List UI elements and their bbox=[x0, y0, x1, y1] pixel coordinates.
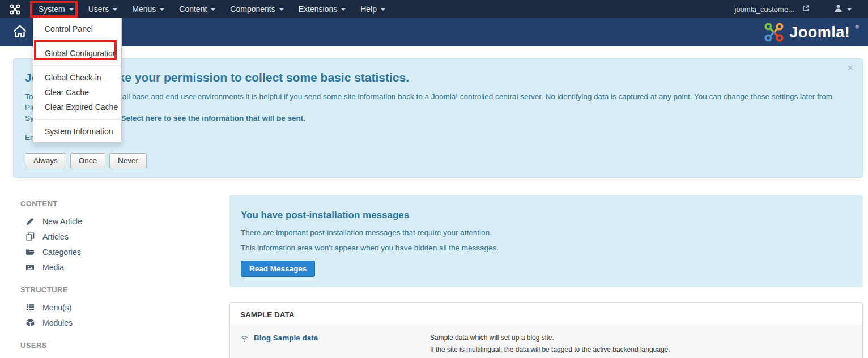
sidebar-item-label: Modules bbox=[42, 318, 73, 327]
menu-divider bbox=[34, 119, 121, 120]
top-navbar: System Users Menus Content Components Ex… bbox=[0, 0, 868, 18]
sidebar-header-content: CONTENT bbox=[20, 199, 229, 208]
close-icon[interactable]: ✕ bbox=[846, 63, 854, 72]
nav-extensions[interactable]: Extensions bbox=[291, 0, 353, 18]
registered-mark: ® bbox=[855, 24, 859, 30]
menu-item-global-check-in[interactable]: Global Check-in bbox=[33, 70, 121, 85]
cpanel-sidebar: CONTENT New Article Articles bbox=[13, 195, 229, 358]
joomla-logo: Joomla! ® bbox=[764, 22, 859, 42]
menu-item-clear-expired-cache[interactable]: Clear Expired Cache bbox=[33, 100, 121, 114]
wifi-icon bbox=[240, 334, 249, 345]
menu-item-clear-cache[interactable]: Clear Cache bbox=[33, 85, 121, 100]
nav-content[interactable]: Content bbox=[172, 0, 223, 18]
chevron-down-icon bbox=[211, 8, 215, 11]
external-link-icon bbox=[802, 5, 810, 14]
chevron-down-icon bbox=[341, 8, 346, 11]
always-button[interactable]: Always bbox=[25, 153, 66, 168]
nav-components-label: Components bbox=[230, 5, 275, 14]
sidebar-header-users: USERS bbox=[20, 341, 229, 350]
image-icon bbox=[25, 263, 35, 272]
menu-item-control-panel[interactable]: Control Panel bbox=[33, 22, 121, 36]
once-button[interactable]: Once bbox=[70, 153, 105, 168]
main-content: You have post-installation messages Ther… bbox=[229, 195, 863, 358]
sidebar-item-label: Categories bbox=[42, 248, 81, 257]
postinstall-paragraph-2: This information area won't appear when … bbox=[241, 244, 852, 252]
sidebar-item-new-article[interactable]: New Article bbox=[25, 217, 229, 226]
chevron-down-icon bbox=[381, 8, 385, 11]
blog-sample-data-link[interactable]: Blog Sample data bbox=[254, 334, 318, 342]
copy-icon bbox=[25, 232, 35, 241]
nav-extensions-label: Extensions bbox=[299, 5, 337, 14]
never-button[interactable]: Never bbox=[109, 153, 147, 168]
menu-divider bbox=[34, 41, 121, 41]
sidebar-item-media[interactable]: Media bbox=[25, 263, 229, 272]
pencil-icon bbox=[25, 217, 35, 225]
chevron-down-icon bbox=[113, 8, 117, 11]
nav-help[interactable]: Help bbox=[353, 0, 393, 18]
joomla-logo-text: Joomla! bbox=[789, 24, 850, 41]
sample-data-header: SAMPLE DATA bbox=[230, 303, 862, 326]
sub-header: Joomla! ® bbox=[0, 18, 868, 46]
nav-help-label: Help bbox=[360, 5, 377, 14]
sidebar-item-label: New Article bbox=[42, 217, 82, 226]
sidebar-item-modules[interactable]: Modules bbox=[25, 318, 229, 327]
joomla-logo-mark-icon bbox=[764, 22, 784, 42]
chevron-down-icon bbox=[847, 8, 852, 11]
user-menu-toggle[interactable] bbox=[827, 0, 859, 18]
nav-content-label: Content bbox=[179, 5, 207, 14]
sample-data-panel: SAMPLE DATA Blog Sample data bbox=[229, 302, 863, 358]
stats-banner-body: To better understand our install base an… bbox=[25, 92, 851, 124]
sidebar-item-articles[interactable]: Articles bbox=[25, 232, 229, 241]
sample-desc-line2: If the site is multilingual, the data wi… bbox=[430, 344, 670, 355]
stats-banner-heading: Joomla! would like your permission to co… bbox=[25, 71, 851, 84]
sample-data-description: Sample data which will set up a blog sit… bbox=[430, 333, 670, 356]
nav-users-label: Users bbox=[88, 5, 109, 14]
read-messages-button[interactable]: Read Messages bbox=[241, 261, 315, 277]
chevron-down-icon bbox=[69, 8, 74, 11]
chevron-down-icon bbox=[160, 8, 164, 11]
postinstall-heading: You have post-installation messages bbox=[241, 210, 852, 221]
folder-icon bbox=[25, 248, 35, 257]
person-icon bbox=[834, 4, 843, 14]
nav-menus-label: Menus bbox=[132, 5, 156, 14]
stats-body-line1: To better understand our install base an… bbox=[25, 92, 832, 112]
stats-consent-banner: ✕ Joomla! would like your permission to … bbox=[13, 58, 863, 178]
site-preview-link[interactable]: joomla_custome... bbox=[735, 0, 810, 18]
sidebar-header-structure: STRUCTURE bbox=[20, 285, 229, 294]
sidebar-item-label: Menu(s) bbox=[42, 303, 71, 312]
sample-desc-line1: Sample data which will set up a blog sit… bbox=[430, 333, 670, 343]
nav-system[interactable]: System bbox=[31, 0, 81, 18]
menu-divider bbox=[34, 65, 121, 66]
postinstall-paragraph-1: There are important post-installation me… bbox=[241, 228, 852, 237]
nav-menus[interactable]: Menus bbox=[125, 0, 172, 18]
sidebar-item-label: Articles bbox=[42, 232, 69, 241]
cube-icon bbox=[25, 318, 35, 327]
menu-item-system-information[interactable]: System Information bbox=[33, 124, 121, 139]
sidebar-item-label: Media bbox=[42, 263, 64, 272]
stats-select-here-link[interactable]: Select here to see the information that … bbox=[121, 114, 306, 122]
nav-users[interactable]: Users bbox=[81, 0, 125, 18]
sidebar-item-menus[interactable]: Menu(s) bbox=[25, 303, 229, 312]
list-icon bbox=[25, 303, 35, 312]
chevron-down-icon bbox=[279, 8, 284, 11]
sidebar-item-categories[interactable]: Categories bbox=[25, 248, 229, 257]
nav-components[interactable]: Components bbox=[223, 0, 291, 18]
joomla-mark-icon bbox=[10, 4, 20, 15]
site-name-label: joomla_custome... bbox=[735, 5, 795, 14]
nav-system-label: System bbox=[39, 5, 65, 14]
sample-data-row: Blog Sample data Sample data which will … bbox=[230, 326, 862, 358]
postinstall-messages-panel: You have post-installation messages Ther… bbox=[229, 195, 863, 287]
stats-banner-fragment: En bbox=[25, 133, 851, 143]
home-icon[interactable] bbox=[13, 24, 27, 40]
menu-item-global-configuration[interactable]: Global Configuration bbox=[33, 46, 121, 61]
system-dropdown-menu: Control Panel Global Configuration Globa… bbox=[33, 18, 122, 143]
